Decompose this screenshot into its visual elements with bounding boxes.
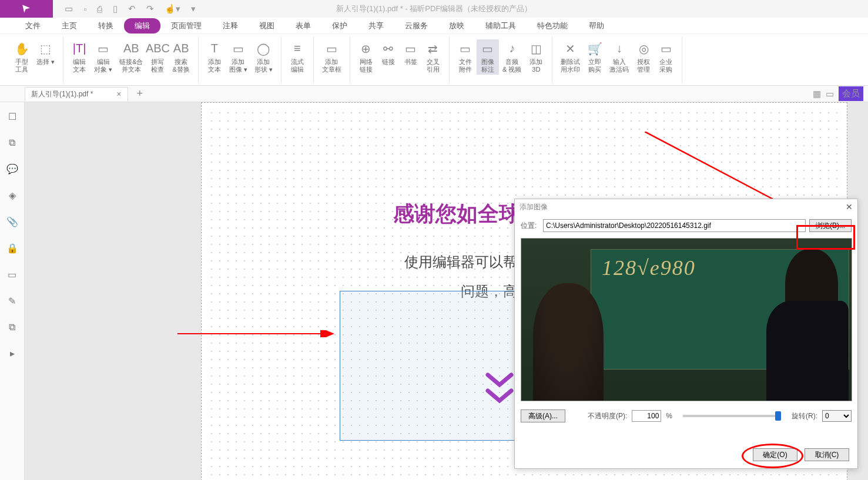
ribbon-btn-1-1[interactable]: ▭编辑 对象 ▾ bbox=[91, 39, 116, 75]
rotate-label: 旋转(R): bbox=[792, 411, 817, 421]
ribbon-btn-3-0[interactable]: ≡流式 编辑 bbox=[286, 39, 309, 75]
pages-icon[interactable]: ⧉ bbox=[9, 137, 15, 148]
comments-icon[interactable]: 💬 bbox=[6, 163, 18, 174]
ribbon-group-5: ⊕网络 链接⚯链接▭书签⇄交叉 引用 bbox=[350, 36, 450, 83]
ribbon-btn-7-3[interactable]: ◎授权 管理 bbox=[632, 39, 655, 75]
location-input[interactable] bbox=[543, 219, 806, 232]
advanced-button[interactable]: 高级(A)... bbox=[521, 409, 565, 422]
ribbon: ✋手型 工具⬚选择 ▾|T|编辑 文本▭编辑 对象 ▾AB链接&合 并文本ABC… bbox=[0, 34, 868, 86]
menu-item-10[interactable]: 云服务 bbox=[394, 18, 438, 33]
ribbon-btn-7-4[interactable]: ▭企业 采购 bbox=[655, 39, 677, 75]
ribbon-label: 编辑 对象 ▾ bbox=[94, 58, 112, 73]
menu-item-0[interactable]: 文件 bbox=[15, 18, 51, 33]
ribbon-btn-0-0[interactable]: ✋手型 工具 bbox=[11, 39, 33, 75]
ribbon-btn-5-0[interactable]: ⊕网络 链接 bbox=[355, 39, 377, 75]
opacity-input[interactable] bbox=[632, 410, 661, 422]
menu-item-6[interactable]: 视图 bbox=[249, 18, 285, 33]
ribbon-icon: ⊕ bbox=[358, 41, 374, 57]
rotate-select[interactable]: 0 bbox=[822, 410, 852, 422]
ribbon-label: 图像 标注 bbox=[481, 58, 494, 73]
dialog-title-bar[interactable]: 添加图像 ✕ bbox=[515, 199, 857, 214]
security-icon[interactable]: 🔒 bbox=[6, 243, 18, 254]
menu-item-11[interactable]: 放映 bbox=[438, 18, 475, 33]
menu-item-9[interactable]: 共享 bbox=[358, 18, 394, 33]
person-silhouette-right bbox=[763, 249, 849, 401]
ribbon-icon: ⚯ bbox=[381, 41, 396, 57]
attachment-icon[interactable]: 📎 bbox=[6, 216, 18, 227]
dialog-body: 位置: 浏览(B)... 128√e980 高级(A)... 不透明度(P): … bbox=[515, 214, 857, 427]
ribbon-btn-6-0[interactable]: ▭文件 附件 bbox=[454, 39, 477, 75]
cancel-button[interactable]: 取消(C) bbox=[805, 448, 849, 461]
ribbon-btn-7-1[interactable]: 🛒立即 购买 bbox=[584, 39, 606, 75]
ribbon-btn-1-0[interactable]: |T|编辑 文本 bbox=[68, 39, 91, 75]
document-tab[interactable]: 新人引导(1)(1).pdf * × bbox=[25, 87, 128, 101]
ribbon-btn-5-1[interactable]: ⚯链接 bbox=[377, 39, 400, 67]
ribbon-group-2: T添加 文本▭添加 图像 ▾◯添加 形状 ▾ bbox=[199, 36, 281, 83]
ribbon-btn-0-1[interactable]: ⬚选择 ▾ bbox=[33, 39, 58, 67]
bookmark-icon[interactable]: ☐ bbox=[8, 111, 16, 122]
member-button[interactable]: 会员 bbox=[839, 86, 863, 101]
ribbon-btn-7-2[interactable]: ↓输入 激活码 bbox=[606, 39, 632, 75]
browse-button[interactable]: 浏览(B)... bbox=[809, 219, 852, 232]
menu-item-13[interactable]: 特色功能 bbox=[527, 18, 578, 33]
ribbon-label: 添加 3D bbox=[529, 58, 542, 73]
ribbon-btn-6-1[interactable]: ▭图像 标注 bbox=[477, 39, 499, 75]
ribbon-icon: ≡ bbox=[290, 41, 305, 57]
hand-icon[interactable]: ☝▾ bbox=[165, 4, 180, 14]
form-icon[interactable]: ▭ bbox=[8, 269, 16, 280]
ribbon-label: 授权 管理 bbox=[637, 58, 650, 73]
menu-item-3[interactable]: 编辑 bbox=[124, 18, 160, 33]
clipboard-icon[interactable]: ⧉ bbox=[9, 322, 15, 333]
menu-item-5[interactable]: 注释 bbox=[212, 18, 249, 33]
print-icon[interactable]: ⎙ bbox=[97, 4, 102, 14]
menu-item-12[interactable]: 辅助工具 bbox=[475, 18, 527, 33]
ribbon-btn-4-0[interactable]: ▭添加 文章框 bbox=[319, 39, 345, 75]
menu-item-7[interactable]: 表单 bbox=[285, 18, 321, 33]
menu-item-8[interactable]: 保护 bbox=[321, 18, 358, 33]
expand-icon[interactable]: ▾ bbox=[191, 4, 196, 14]
ribbon-btn-7-0[interactable]: ✕删除试 用水印 bbox=[557, 39, 584, 75]
signature-icon[interactable]: ✎ bbox=[8, 296, 16, 307]
ribbon-btn-5-3[interactable]: ⇄交叉 引用 bbox=[422, 39, 444, 75]
menu-item-2[interactable]: 转换 bbox=[88, 18, 124, 33]
menu-item-1[interactable]: 主页 bbox=[51, 18, 88, 33]
layers-icon[interactable]: ◈ bbox=[9, 190, 16, 201]
dialog-close-icon[interactable]: ✕ bbox=[846, 202, 853, 212]
ribbon-btn-1-2[interactable]: AB链接&合 并文本 bbox=[116, 39, 146, 75]
ribbon-icon: ◫ bbox=[528, 41, 544, 57]
ribbon-icon: ◯ bbox=[256, 41, 271, 57]
image-preview: 128√e980 bbox=[521, 238, 852, 401]
ribbon-btn-2-0[interactable]: T添加 文本 bbox=[203, 39, 226, 75]
slider-thumb[interactable] bbox=[775, 411, 781, 421]
grid-view-icon[interactable]: ▦ bbox=[813, 89, 821, 99]
expand-sidebar-icon[interactable]: ▸ bbox=[10, 348, 15, 359]
new-tab-button[interactable]: + bbox=[137, 88, 143, 100]
ribbon-btn-5-2[interactable]: ▭书签 bbox=[400, 39, 422, 67]
list-view-icon[interactable]: ▭ bbox=[826, 89, 834, 99]
ribbon-btn-6-2[interactable]: ♪音频 & 视频 bbox=[499, 39, 525, 75]
close-tab-icon[interactable]: × bbox=[116, 89, 121, 99]
undo-icon[interactable]: ↶ bbox=[128, 4, 136, 14]
redo-icon[interactable]: ↷ bbox=[146, 4, 154, 14]
ribbon-btn-2-1[interactable]: ▭添加 图像 ▾ bbox=[226, 39, 251, 75]
ribbon-icon: ↓ bbox=[612, 41, 627, 57]
ribbon-label: 搜索 &替换 bbox=[172, 58, 189, 73]
ribbon-btn-1-3[interactable]: ABC拼写 检查 bbox=[146, 39, 169, 75]
save-icon[interactable]: ▫ bbox=[83, 4, 86, 14]
ribbon-label: 立即 购买 bbox=[588, 58, 601, 73]
menu-item-4[interactable]: 页面管理 bbox=[160, 18, 212, 33]
image-placeholder-box[interactable] bbox=[340, 291, 523, 441]
ribbon-icon: ▭ bbox=[658, 41, 673, 57]
opacity-slider[interactable] bbox=[683, 415, 781, 417]
doc-icon[interactable]: ▯ bbox=[113, 4, 118, 14]
open-icon[interactable]: ▭ bbox=[65, 4, 73, 14]
ribbon-btn-1-4[interactable]: AB搜索 &替换 bbox=[169, 39, 193, 75]
window-title: 新人引导(1)(1).pdf * - 福昕PDF编辑器（未经授权的产品） bbox=[336, 4, 532, 14]
ribbon-label: 链接 bbox=[382, 58, 395, 66]
ok-button[interactable]: 确定(O) bbox=[753, 448, 797, 461]
app-logo bbox=[0, 0, 53, 18]
ribbon-btn-6-3[interactable]: ◫添加 3D bbox=[525, 39, 547, 75]
ribbon-btn-2-2[interactable]: ◯添加 形状 ▾ bbox=[251, 39, 276, 75]
menu-item-14[interactable]: 帮助 bbox=[578, 18, 615, 33]
ribbon-label: 删除试 用水印 bbox=[561, 58, 580, 73]
